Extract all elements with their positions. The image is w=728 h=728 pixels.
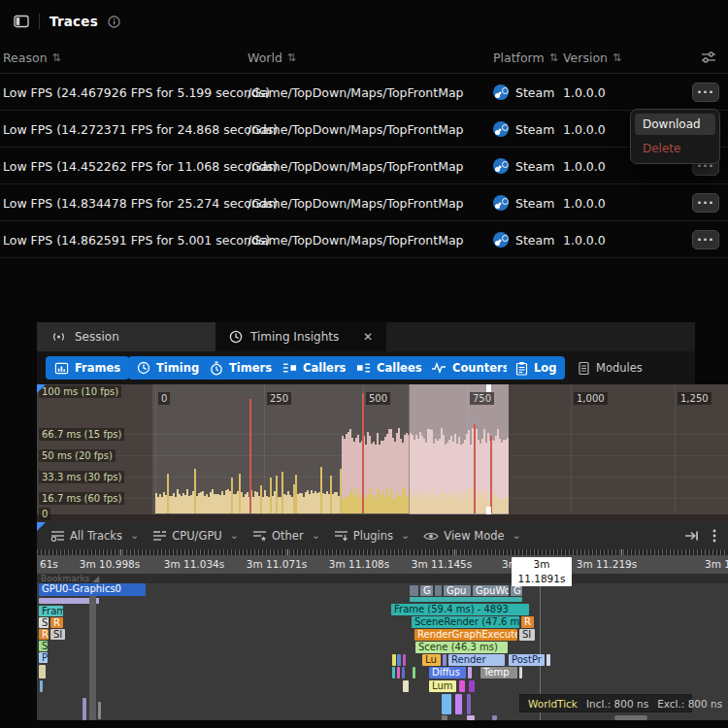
track-event-strip[interactable] — [467, 715, 475, 720]
track-event-strip[interactable] — [40, 680, 43, 692]
other-dropdown[interactable]: Other — [252, 529, 320, 543]
track-event[interactable]: R — [50, 617, 63, 628]
table-row[interactable]: Low FPS (24.467926 FPS for 5.199 seconds… — [0, 74, 728, 111]
column-header-version[interactable]: Version — [563, 50, 621, 65]
platform-cell: Steam — [493, 111, 554, 148]
track-event-strip[interactable] — [413, 667, 415, 678]
table-row[interactable]: Low FPS (14.452262 FPS for 11.068 second… — [0, 148, 728, 184]
frames-button[interactable]: Frames — [46, 356, 129, 380]
column-header-platform[interactable]: Platform — [493, 50, 558, 65]
track-event[interactable]: Lum — [429, 680, 456, 692]
track-event-strip[interactable] — [459, 680, 465, 692]
track-event-strip[interactable] — [83, 698, 86, 720]
row-actions-button[interactable] — [692, 83, 719, 102]
sidebar-toggle-icon[interactable] — [14, 14, 29, 29]
track-event[interactable]: Render — [448, 654, 505, 666]
column-header-world[interactable]: World — [248, 50, 296, 65]
track-event[interactable]: R — [521, 616, 534, 628]
counters-button[interactable]: Counters — [422, 356, 518, 380]
track-event-strip[interactable] — [403, 654, 406, 666]
track-event-strip[interactable] — [468, 667, 472, 678]
timers-button[interactable]: Timers — [201, 356, 281, 380]
track-event-strip[interactable] — [546, 654, 550, 666]
timing-tracks-area[interactable]: WorldTick Incl.: 800 ns Excl.: 800 ns GP… — [37, 583, 728, 720]
track-event-strip[interactable] — [392, 667, 395, 678]
table-row[interactable]: Low FPS (14.834478 FPS for 25.274 second… — [0, 184, 728, 221]
track-event-strip[interactable] — [492, 715, 497, 720]
all-tracks-dropdown[interactable]: All Tracks — [50, 529, 139, 543]
track-event[interactable]: G — [420, 585, 433, 596]
time-ruler[interactable]: 3m 11.1891s 61s3m 10.998s3m 11.034s3m 11… — [37, 555, 728, 574]
view-mode-dropdown[interactable]: View Mode — [423, 529, 521, 543]
track-event-strip[interactable] — [469, 680, 475, 692]
info-icon[interactable] — [108, 16, 120, 28]
track-event-strip[interactable] — [455, 694, 462, 714]
track-event-strip[interactable] — [519, 667, 522, 678]
callees-icon — [356, 361, 371, 375]
table-row[interactable]: Low FPS (14.272371 FPS for 24.868 second… — [0, 111, 728, 148]
x-axis-tick-label: 0 — [158, 392, 170, 405]
cpu-gpu-dropdown[interactable]: CPU/GPU — [152, 529, 239, 543]
track-event[interactable]: RenderGraphExecute (47 — [414, 629, 517, 641]
column-settings-icon[interactable] — [701, 50, 716, 64]
tab-close-icon[interactable]: ✕ — [363, 330, 373, 344]
track-event-strip[interactable] — [410, 585, 418, 596]
frames-overview-graph[interactable]: 100 ms (10 fps)66.7 ms (15 fps)50 ms (20… — [37, 384, 728, 522]
track-event[interactable]: Frame (59.4 ms) - 4893 — [391, 604, 529, 615]
kebab-menu-icon[interactable] — [712, 529, 716, 543]
track-event-strip[interactable] — [410, 597, 522, 602]
track-event-strip[interactable] — [435, 585, 442, 596]
jump-to-end-icon[interactable] — [684, 530, 699, 542]
track-event-strip[interactable] — [39, 665, 46, 678]
log-button[interactable]: Log — [507, 356, 565, 380]
track-event[interactable]: Temp — [480, 667, 517, 678]
track-event-strip[interactable] — [442, 694, 451, 714]
track-event[interactable]: SI — [519, 629, 535, 641]
track-event[interactable]: Scene (46.3 ms) — [415, 642, 508, 653]
timing-button[interactable]: Timing — [128, 356, 208, 380]
ruler-time-label: 3m 11.2 — [705, 558, 728, 570]
row-actions-button[interactable] — [692, 230, 719, 249]
timing-track-toolbar: All Tracks CPU/GPU Other Plugins View Mo… — [37, 522, 728, 549]
track-event-strip[interactable] — [403, 680, 409, 692]
callees-button[interactable]: Callees — [347, 356, 431, 380]
track-event-strip[interactable] — [397, 654, 401, 666]
callers-button[interactable]: Callers — [274, 356, 354, 380]
row-actions-button[interactable] — [692, 193, 719, 213]
table-row[interactable]: Low FPS (14.862591 FPS for 5.001 seconds… — [0, 221, 728, 258]
track-event-strip[interactable] — [442, 715, 447, 720]
menu-item-download[interactable]: Download — [635, 114, 715, 135]
column-header-reason[interactable]: Reason — [3, 50, 61, 65]
track-event[interactable]: SceneRender (47.6 ms) - — [412, 616, 519, 628]
tab-timing-insights[interactable]: Timing Insights ✕ — [215, 322, 386, 351]
track-event-strip[interactable] — [392, 654, 396, 666]
horizontal-scrollbar-thumb[interactable] — [614, 715, 647, 720]
modules-button[interactable]: Modules — [569, 356, 651, 380]
track-event[interactable]: G — [511, 585, 522, 596]
track-event[interactable]: S — [39, 641, 48, 651]
track-event[interactable]: Fram — [39, 606, 63, 616]
tab-session[interactable]: Session — [37, 322, 215, 351]
track-event-strip[interactable] — [443, 654, 447, 666]
track-event[interactable]: GPU0-Graphics0 — [39, 583, 146, 596]
track-event-strip[interactable] — [89, 596, 96, 720]
track-event[interactable]: Diffus — [429, 667, 466, 678]
track-event-strip[interactable] — [98, 702, 101, 719]
track-event[interactable]: S — [39, 617, 49, 628]
plugins-dropdown[interactable]: Plugins — [334, 529, 410, 543]
track-event[interactable]: SI — [50, 629, 65, 640]
reason-cell: Low FPS (14.452262 FPS for 11.068 second… — [3, 148, 278, 184]
menu-item-delete[interactable]: Delete — [635, 138, 715, 159]
track-event[interactable]: Lu — [422, 654, 441, 666]
x-axis-tick-label: 250 — [267, 392, 291, 405]
track-event[interactable]: GpuWo — [473, 585, 509, 596]
track-event-strip[interactable] — [402, 667, 405, 678]
frames-icon — [54, 361, 69, 376]
track-event[interactable]: Gpu — [444, 585, 471, 596]
track-event-strip[interactable] — [397, 667, 400, 678]
track-event[interactable]: R — [39, 629, 49, 640]
bookmarks-row[interactable]: Bookmarks ◢ — [37, 574, 728, 583]
ruler-time-label: 3m 11.071s — [247, 558, 307, 570]
track-event[interactable]: P — [39, 652, 48, 663]
track-event-strip[interactable] — [467, 694, 471, 714]
